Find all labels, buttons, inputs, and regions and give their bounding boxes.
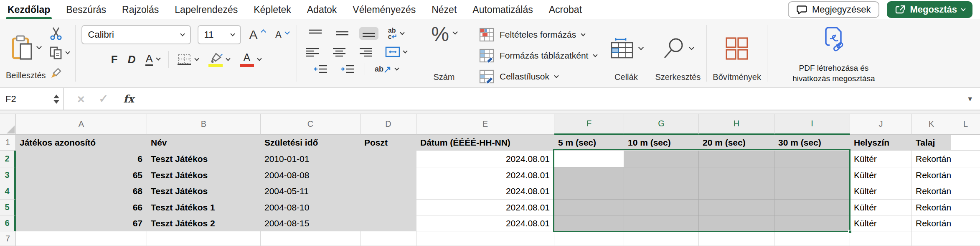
cell-J2[interactable]: Kültér bbox=[850, 151, 912, 167]
active-cell-F2[interactable] bbox=[554, 151, 624, 167]
col-header-J[interactable]: J bbox=[850, 114, 912, 135]
bold-button[interactable]: F bbox=[109, 52, 119, 67]
cell-G7[interactable] bbox=[624, 231, 699, 246]
col-header-D[interactable]: D bbox=[361, 114, 416, 135]
align-bottom-button[interactable] bbox=[359, 27, 378, 40]
cell-F3[interactable] bbox=[554, 167, 624, 183]
align-left-button[interactable] bbox=[303, 46, 322, 58]
cell-C1[interactable]: Születési idő bbox=[261, 135, 361, 151]
cell-I1[interactable]: 30 m (sec) bbox=[774, 135, 850, 151]
editing-button[interactable] bbox=[662, 24, 693, 72]
cell-F1[interactable]: 5 m (sec) bbox=[554, 135, 624, 151]
cell-A1[interactable]: Játékos azonosító bbox=[16, 135, 147, 151]
cell-L4[interactable] bbox=[951, 183, 980, 200]
copy-button[interactable] bbox=[49, 46, 69, 59]
number-format-button[interactable]: % bbox=[431, 24, 457, 44]
cell-A4[interactable]: 68 bbox=[16, 183, 147, 200]
cell-H4[interactable] bbox=[699, 183, 774, 200]
cell-B1[interactable]: Név bbox=[147, 135, 261, 151]
cell-L3[interactable] bbox=[951, 167, 980, 183]
name-box-spinner[interactable] bbox=[53, 95, 59, 104]
conditional-formatting-button[interactable]: Feltételes formázás bbox=[479, 26, 585, 44]
cell-F5[interactable] bbox=[554, 200, 624, 215]
tab-lapelrendezes[interactable]: Lapelrendezés bbox=[174, 0, 239, 19]
cell-G2[interactable] bbox=[624, 151, 699, 167]
confirm-icon[interactable]: ✓ bbox=[99, 93, 109, 105]
cell-E5[interactable]: 2024.08.01 bbox=[416, 200, 554, 215]
cell-G5[interactable] bbox=[624, 200, 699, 215]
cell-B3[interactable]: Teszt Játékos bbox=[147, 167, 261, 183]
cell-A2[interactable]: 6 bbox=[16, 151, 147, 167]
cell-K1[interactable]: Talaj bbox=[912, 135, 951, 151]
col-header-F[interactable]: F bbox=[554, 114, 624, 135]
col-header-A[interactable]: A bbox=[16, 114, 147, 135]
cell-H7[interactable] bbox=[699, 231, 774, 246]
cell-L2[interactable] bbox=[951, 151, 980, 167]
font-size-select[interactable]: 11 bbox=[198, 25, 241, 44]
cell-C7[interactable] bbox=[261, 231, 361, 246]
cell-E1[interactable]: Dátum (ÉÉÉÉ-HH-NN) bbox=[416, 135, 554, 151]
align-center-button[interactable] bbox=[330, 46, 349, 58]
col-header-C[interactable]: C bbox=[261, 114, 361, 135]
merge-center-button[interactable] bbox=[383, 45, 409, 59]
cell-E2[interactable]: 2024.08.01 bbox=[416, 151, 554, 167]
cell-L1[interactable] bbox=[951, 135, 980, 151]
cell-J7[interactable] bbox=[850, 231, 912, 246]
select-all-corner[interactable] bbox=[0, 114, 16, 135]
cell-J4[interactable]: Kültér bbox=[850, 183, 912, 200]
cell-I4[interactable] bbox=[774, 183, 850, 200]
cell-J3[interactable]: Kültér bbox=[850, 167, 912, 183]
cell-C6[interactable]: 2004-08-15 bbox=[261, 215, 361, 231]
cut-button[interactable] bbox=[49, 27, 63, 40]
tab-adatok[interactable]: Adatok bbox=[306, 0, 338, 19]
cell-I6[interactable] bbox=[774, 215, 850, 231]
cell-G6[interactable] bbox=[624, 215, 699, 231]
cell-E4[interactable]: 2024.08.01 bbox=[416, 183, 554, 200]
cell-H6[interactable] bbox=[699, 215, 774, 231]
col-header-H[interactable]: H bbox=[699, 114, 774, 135]
cell-D5[interactable] bbox=[361, 200, 416, 215]
cell-F6[interactable] bbox=[554, 215, 624, 231]
cell-K5[interactable]: Rekortán bbox=[912, 200, 951, 215]
share-button[interactable]: Megosztás bbox=[887, 1, 972, 18]
cell-L5[interactable] bbox=[951, 200, 980, 215]
cell-E3[interactable]: 2024.08.01 bbox=[416, 167, 554, 183]
tab-rajzolas[interactable]: Rajzolás bbox=[121, 0, 160, 19]
col-header-I[interactable]: I bbox=[774, 114, 850, 135]
cell-K2[interactable]: Rekortán bbox=[912, 151, 951, 167]
tab-velemenyezes[interactable]: Véleményezés bbox=[352, 0, 416, 19]
cell-B2[interactable]: Teszt Játékos bbox=[147, 151, 261, 167]
cell-K6[interactable]: Rekortán bbox=[912, 215, 951, 231]
align-top-button[interactable] bbox=[306, 27, 325, 40]
row-header-1[interactable]: 1 bbox=[0, 135, 16, 151]
cell-I5[interactable] bbox=[774, 200, 850, 215]
col-header-E[interactable]: E bbox=[416, 114, 554, 135]
cell-G1[interactable]: 10 m (sec) bbox=[624, 135, 699, 151]
tab-kezdolap[interactable]: Kezdőlap bbox=[7, 0, 51, 19]
cell-K7[interactable] bbox=[912, 231, 951, 246]
grow-font-button[interactable]: A bbox=[248, 28, 267, 42]
cell-A6[interactable]: 67 bbox=[16, 215, 147, 231]
tab-nezet[interactable]: Nézet bbox=[431, 0, 457, 19]
cell-E6[interactable]: 2024.08.01 bbox=[416, 215, 554, 231]
cell-A3[interactable]: 65 bbox=[16, 167, 147, 183]
fill-color-button[interactable] bbox=[207, 51, 231, 68]
insert-function-icon[interactable]: fx bbox=[123, 93, 134, 105]
increase-indent-button[interactable] bbox=[338, 63, 357, 75]
cell-D1[interactable]: Poszt bbox=[361, 135, 416, 151]
cell-J1[interactable]: Helyszín bbox=[850, 135, 912, 151]
italic-button[interactable]: D bbox=[126, 52, 137, 67]
cell-I7[interactable] bbox=[774, 231, 850, 246]
cell-D4[interactable] bbox=[361, 183, 416, 200]
cell-H3[interactable] bbox=[699, 167, 774, 183]
format-as-table-button[interactable]: Formázás táblázatként bbox=[479, 47, 597, 64]
cancel-icon[interactable]: × bbox=[77, 93, 85, 105]
cell-I3[interactable] bbox=[774, 167, 850, 183]
cell-C4[interactable]: 2004-05-11 bbox=[261, 183, 361, 200]
cell-D6[interactable] bbox=[361, 215, 416, 231]
align-right-button[interactable] bbox=[356, 46, 376, 58]
row-header-3[interactable]: 3 bbox=[0, 167, 16, 183]
cell-B7[interactable] bbox=[147, 231, 261, 246]
font-color-button[interactable]: A bbox=[238, 51, 263, 68]
cell-C5[interactable]: 2004-08-10 bbox=[261, 200, 361, 215]
